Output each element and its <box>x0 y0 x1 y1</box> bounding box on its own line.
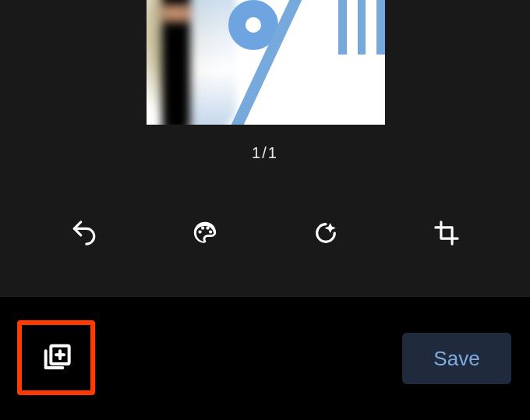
auto-enhance-button[interactable] <box>302 211 349 258</box>
sparkle-icon <box>313 220 339 249</box>
undo-button[interactable] <box>61 211 108 258</box>
photo-preview-area: 1/1 <box>0 0 530 172</box>
palette-icon <box>192 220 218 249</box>
crop-button[interactable] <box>423 211 470 258</box>
photo-counter: 1/1 <box>0 144 530 162</box>
palette-button[interactable] <box>182 211 228 258</box>
crop-icon <box>433 220 460 249</box>
svg-point-1 <box>201 227 204 230</box>
svg-point-0 <box>198 230 201 233</box>
add-collage-button[interactable] <box>17 320 95 395</box>
bottom-bar: Save <box>0 297 530 420</box>
photo-thumbnail[interactable] <box>147 0 385 125</box>
svg-point-2 <box>206 227 209 230</box>
edit-toolbar <box>0 172 530 297</box>
save-button[interactable]: Save <box>402 333 511 384</box>
add-collage-icon <box>41 341 72 375</box>
save-button-label: Save <box>433 347 479 371</box>
undo-icon <box>71 220 97 249</box>
svg-point-3 <box>208 230 211 233</box>
